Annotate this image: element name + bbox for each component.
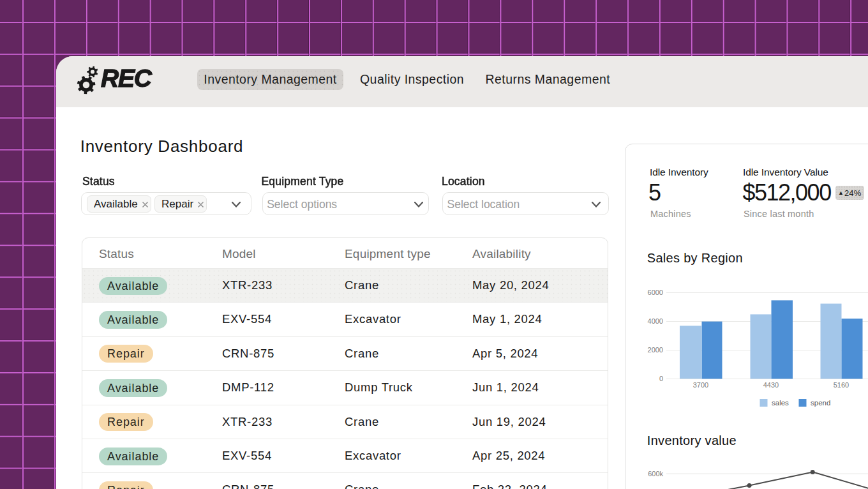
svg-text:4000: 4000	[648, 317, 663, 325]
svg-text:6000: 6000	[648, 289, 663, 296]
svg-text:2000: 2000	[648, 346, 663, 354]
svg-text:5160: 5160	[834, 381, 849, 389]
svg-text:3700: 3700	[693, 381, 708, 389]
svg-text:0: 0	[659, 375, 663, 382]
svg-text:4430: 4430	[763, 381, 779, 389]
svg-text:spend: spend	[811, 399, 830, 407]
svg-text:600k: 600k	[648, 470, 663, 478]
svg-text:sales: sales	[772, 399, 789, 407]
